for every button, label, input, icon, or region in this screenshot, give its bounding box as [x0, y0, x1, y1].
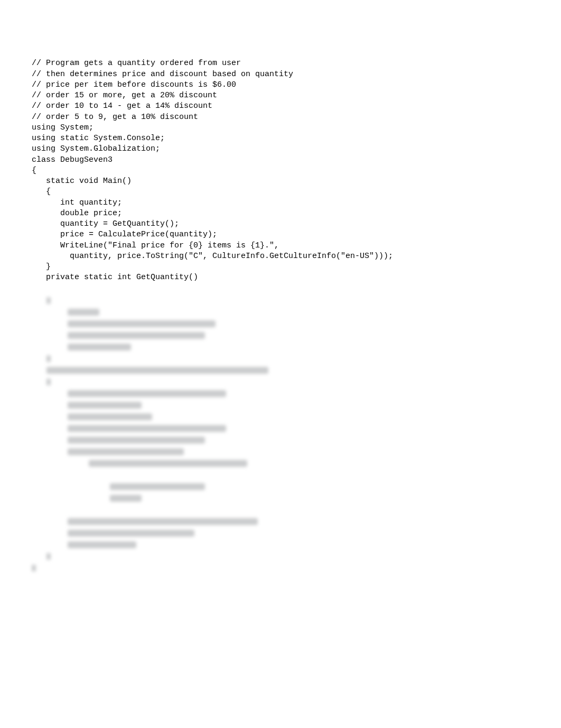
obscured-line	[46, 412, 321, 422]
obscured-segment	[68, 320, 216, 327]
obscured-segment	[68, 425, 226, 432]
obscured-segment	[68, 332, 205, 339]
obscured-line	[46, 447, 321, 457]
obscured-line	[46, 308, 321, 317]
code-block: // Program gets a quantity ordered from …	[32, 58, 540, 283]
obscured-segment	[46, 553, 51, 560]
obscured-segment	[68, 390, 226, 397]
obscured-code-region	[46, 296, 321, 573]
obscured-segment	[68, 541, 136, 548]
obscured-line	[46, 552, 321, 561]
obscured-line	[46, 459, 321, 468]
obscured-line	[46, 471, 321, 480]
obscured-line	[46, 424, 321, 434]
obscured-segment	[68, 518, 258, 525]
code-page: // Program gets a quantity ordered from …	[0, 0, 561, 607]
obscured-segment	[68, 344, 131, 351]
obscured-line	[46, 389, 321, 399]
obscured-line	[46, 296, 321, 306]
obscured-segment	[46, 379, 51, 385]
obscured-line	[46, 505, 321, 515]
obscured-line	[46, 401, 321, 410]
obscured-segment	[68, 402, 142, 409]
obscured-segment	[110, 483, 205, 490]
obscured-line	[46, 540, 321, 550]
obscured-line	[46, 366, 321, 375]
obscured-segment	[46, 367, 268, 374]
obscured-line	[46, 482, 321, 492]
obscured-line	[46, 377, 321, 387]
obscured-line	[46, 494, 321, 503]
obscured-segment	[46, 355, 51, 362]
obscured-segment	[68, 448, 184, 455]
obscured-segment	[89, 460, 247, 467]
obscured-segment	[68, 413, 152, 420]
obscured-segment	[68, 309, 99, 316]
obscured-line	[46, 354, 321, 364]
obscured-segment	[68, 530, 194, 537]
obscured-line	[46, 331, 321, 340]
obscured-segment	[68, 437, 205, 444]
obscured-line	[46, 436, 321, 445]
obscured-line	[46, 564, 321, 573]
obscured-segment	[110, 495, 142, 502]
obscured-segment	[46, 297, 51, 304]
obscured-line	[46, 319, 321, 329]
obscured-line	[46, 517, 321, 527]
obscured-line	[46, 529, 321, 538]
obscured-line	[46, 343, 321, 352]
obscured-segment	[32, 565, 36, 572]
